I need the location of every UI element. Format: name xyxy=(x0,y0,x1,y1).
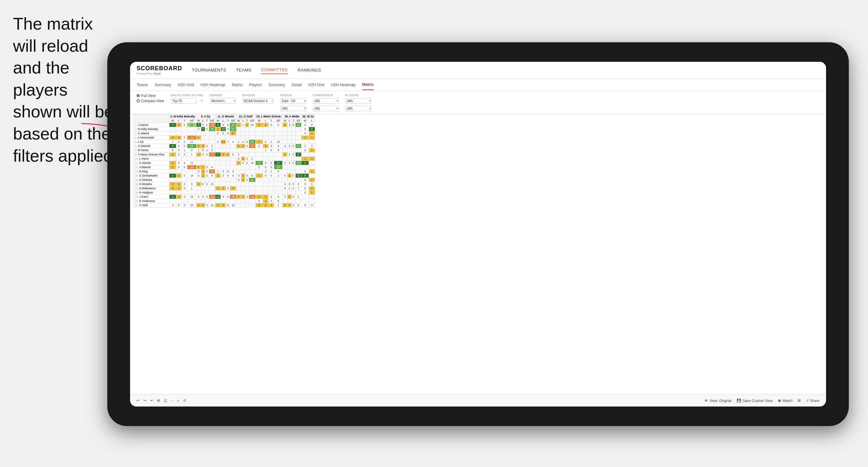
cell: 4 xyxy=(241,140,245,144)
cell: 2 xyxy=(283,195,287,199)
subh-w4: W xyxy=(236,119,241,123)
cell: 0 xyxy=(176,165,182,169)
cell xyxy=(241,148,245,153)
cell: 1 xyxy=(169,153,176,157)
radio-compact-view[interactable]: Compact View xyxy=(136,99,164,103)
watch-btn[interactable]: ◉ Watch xyxy=(778,398,793,403)
nav-teams[interactable]: TEAMS xyxy=(236,66,251,74)
sub-nav-summary2[interactable]: Summary xyxy=(268,80,285,90)
cell xyxy=(182,199,187,203)
view-original-btn[interactable]: 👁 View: Original xyxy=(705,399,732,403)
cell xyxy=(241,186,245,191)
sub-nav-matrix2[interactable]: Matrix xyxy=(362,80,374,90)
cell: 1 xyxy=(274,174,283,178)
filter-players-select[interactable]: (All) xyxy=(345,98,371,104)
subh-l5: L xyxy=(263,119,268,123)
sub-nav-summary1[interactable]: Summary xyxy=(154,80,171,90)
cell xyxy=(196,178,201,182)
filter-bar: Full View Compact View Max players in vi… xyxy=(130,91,826,114)
table-row: 17. D Ballesteros 3101 1101 0207 01 xyxy=(134,186,315,191)
redo-btn[interactable]: ↪ xyxy=(144,398,146,403)
cell: 0 xyxy=(205,182,209,186)
nav-tournaments[interactable]: TOURNAMENTS xyxy=(192,66,226,74)
subh-l1: L xyxy=(176,119,182,123)
cell: 10 xyxy=(249,123,255,127)
cell xyxy=(249,191,255,195)
nav-committee[interactable]: COMMITTEE xyxy=(261,66,288,74)
cell: 1 xyxy=(287,203,291,208)
cell: 1 xyxy=(176,123,182,127)
cell xyxy=(241,182,245,186)
cell xyxy=(287,191,291,195)
radio-full-view[interactable]: Full View xyxy=(136,94,164,98)
watch-label: Watch xyxy=(782,399,793,403)
cell: 0 xyxy=(187,148,196,153)
filter-max-select[interactable]: Top 25 Top 10 Top 50 xyxy=(171,98,197,104)
cell: 0 xyxy=(215,140,220,144)
cell xyxy=(220,165,226,169)
filter-gender-select[interactable]: Women's Men's xyxy=(210,98,236,104)
cell: 1 xyxy=(236,123,241,127)
cell xyxy=(291,178,295,182)
cell: 1 xyxy=(274,203,283,208)
cell xyxy=(215,182,220,186)
cell xyxy=(249,148,255,153)
subh-l4: L xyxy=(241,119,245,123)
share-btn[interactable]: ↗ Share xyxy=(806,398,819,403)
filter-division-select[interactable]: NCAA Division II NCAA Division I NCAA Di… xyxy=(242,98,274,104)
cell xyxy=(201,161,205,165)
sub-nav-teams[interactable]: Teams xyxy=(136,80,148,90)
filter-region-select[interactable]: East - DII West - DII South - DII xyxy=(280,98,306,104)
cell: 1 xyxy=(309,131,315,135)
sub-nav-h2hgrid2[interactable]: H2H Grid xyxy=(308,80,324,90)
layout-btn[interactable]: ⊞ xyxy=(798,398,801,403)
player-name: 21. O Stoll xyxy=(134,203,169,208)
cell xyxy=(230,199,236,203)
cell: 0 xyxy=(182,153,187,157)
col-header-dy: 6. A Dy xyxy=(196,115,215,119)
cell: 0 xyxy=(291,161,295,165)
cell xyxy=(291,140,295,144)
undo-btn[interactable]: ↩ xyxy=(136,398,140,403)
cell xyxy=(209,157,215,161)
sub-nav-h2hheatmap1[interactable]: H2H Heatmap xyxy=(201,80,225,90)
sub-nav-players[interactable]: Players xyxy=(249,80,262,90)
matrix-container[interactable]: 2. M Kelly Mulcahy 6. A Dy 11. G Woods 2… xyxy=(130,114,826,394)
add-btn[interactable]: ⊕ xyxy=(157,398,160,403)
filter-players-sub-select[interactable]: (All) xyxy=(345,106,371,111)
cell: 3 xyxy=(196,123,201,127)
subh-t5: T xyxy=(269,119,274,123)
cell: 1 xyxy=(241,195,245,199)
subh-t2: T xyxy=(205,119,209,123)
cell xyxy=(249,186,255,191)
player-name: 12. A Bianchi xyxy=(134,165,169,169)
cell: 4 xyxy=(196,195,201,199)
cell: 1 xyxy=(201,165,205,169)
refresh-btn[interactable]: ↺ xyxy=(183,398,186,403)
cell: 2 xyxy=(241,144,245,148)
expand-btn[interactable]: ◱ xyxy=(164,398,167,403)
sub-nav-matrix1[interactable]: Matrix xyxy=(232,80,243,90)
filter-region-sub-select[interactable]: (All) xyxy=(280,106,306,111)
cell xyxy=(245,203,249,208)
cell: 0 xyxy=(176,203,182,208)
filter-conference-select[interactable]: (All) xyxy=(313,98,339,104)
zoom-in-btn[interactable]: + xyxy=(177,399,179,403)
cell: 0 xyxy=(226,174,230,178)
sub-nav-detail[interactable]: Detail xyxy=(292,80,302,90)
cell xyxy=(215,135,220,140)
sub-nav-h2hgrid1[interactable]: H2H Grid xyxy=(178,80,194,90)
cell: 50 xyxy=(230,127,236,131)
filter-conference-sub-select[interactable]: (All) xyxy=(313,106,339,111)
cell: 0 xyxy=(291,144,295,148)
back-btn[interactable]: ↩ xyxy=(150,398,153,403)
zoom-out-btn[interactable]: − xyxy=(171,399,173,403)
cell xyxy=(263,135,268,140)
cell: 0 xyxy=(182,182,187,186)
save-custom-btn[interactable]: 💾 Save Custom View xyxy=(737,398,773,403)
cell xyxy=(169,127,176,131)
sub-nav-h2hheatmap2[interactable]: H2H Heatmap xyxy=(331,80,355,90)
nav-rankings[interactable]: RANKINGS xyxy=(298,66,321,74)
cell xyxy=(182,127,187,131)
cell xyxy=(241,199,245,203)
